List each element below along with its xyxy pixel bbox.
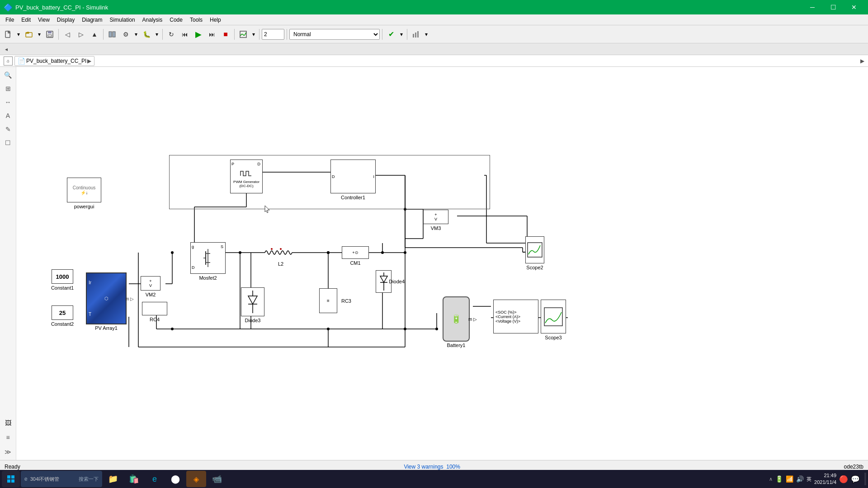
tray-battery-icon: 🔋 xyxy=(775,475,783,483)
settings-dropdown[interactable]: ▾ xyxy=(133,31,139,38)
taskbar-search[interactable]: e 304l不锈钢管 搜索一下 xyxy=(21,471,102,487)
taskbar-store[interactable]: 🛍️ xyxy=(124,471,144,487)
new-button[interactable] xyxy=(2,28,14,41)
taskbar-chrome[interactable]: ⬤ xyxy=(165,471,185,487)
profiler-button[interactable] xyxy=(410,28,422,41)
debug-dropdown[interactable]: ▾ xyxy=(154,31,160,38)
update-button[interactable]: ↻ xyxy=(165,28,178,41)
rc3-block[interactable]: ≡ RC3 xyxy=(319,288,337,313)
tray-up-arrow[interactable]: ∧ xyxy=(769,476,773,482)
soc-line2: <Current (A)> xyxy=(495,314,520,319)
constant1-block[interactable]: 1000 Constant1 xyxy=(52,269,73,284)
minimize-button[interactable]: ─ xyxy=(802,0,823,14)
up-button[interactable]: ▲ xyxy=(88,28,101,41)
taskbar-video[interactable]: 📹 xyxy=(207,471,227,487)
breadcrumb-home[interactable]: ⌂ xyxy=(4,56,13,66)
pwm-gen-block[interactable]: P D PWM Generator(DC-DC) xyxy=(230,160,263,193)
vm2-block[interactable]: +V VM2 xyxy=(141,276,160,291)
powergui-block[interactable]: Continuous ⚡↓ powergui xyxy=(67,178,101,202)
run-button[interactable]: ▶ xyxy=(192,28,205,41)
sidebar-expand[interactable]: ≫ xyxy=(2,446,14,458)
taskbar-edge[interactable]: e xyxy=(145,471,165,487)
rc4-block[interactable]: RC4 xyxy=(142,302,167,315)
start-button[interactable] xyxy=(2,471,20,487)
tray-chat[interactable]: 💬 xyxy=(851,475,860,483)
taskbar-matlab[interactable]: ◈ xyxy=(186,471,206,487)
menu-code[interactable]: Code xyxy=(166,16,186,24)
sep5 xyxy=(259,29,259,40)
taskbar-file-explorer[interactable]: 📁 xyxy=(103,471,123,487)
sidebar-list[interactable]: ≡ xyxy=(2,431,14,444)
diode3-block[interactable]: Diode3 xyxy=(241,287,264,316)
simulink-canvas[interactable]: Continuous ⚡↓ powergui 1000 Constant1 25… xyxy=(16,67,868,460)
check-button[interactable]: ✔ xyxy=(385,28,397,41)
scope3-block[interactable]: Scope3 xyxy=(541,300,566,333)
menu-simulation[interactable]: Simulation xyxy=(106,16,139,24)
soc-line3: <Voltage (V)> xyxy=(495,319,520,324)
mosfet2-block[interactable]: g D S Mosfet2 xyxy=(190,242,226,274)
cm1-block[interactable]: +⊙ CM1 xyxy=(342,246,369,259)
step-back-button[interactable]: ⏮ xyxy=(179,28,191,41)
menu-analysis[interactable]: Analysis xyxy=(139,16,166,24)
zoom-in-button[interactable]: 🔍 xyxy=(2,69,14,81)
library-button[interactable] xyxy=(106,28,118,41)
taskbar-clock[interactable]: 21:49 2021/11/4 xyxy=(814,472,836,486)
edit-button[interactable]: ✎ xyxy=(2,123,14,136)
search-btn[interactable]: 搜索一下 xyxy=(79,476,99,483)
soc-display-block[interactable]: <SOC (%)> <Current (A)> <Voltage (V)> xyxy=(493,300,538,333)
fit-button[interactable]: ⊞ xyxy=(2,82,14,95)
menu-help[interactable]: Help xyxy=(206,16,225,24)
sim-mode-select[interactable]: Normal Accelerator Rapid Accelerator Ext… xyxy=(289,29,380,40)
pv-array-block[interactable]: ⬡ m ▷ PV Array1 T Ir xyxy=(86,272,127,324)
menu-display[interactable]: Display xyxy=(53,16,78,24)
scope2-symbol xyxy=(527,242,543,258)
open-dropdown[interactable]: ▾ xyxy=(36,31,42,38)
vm3-block[interactable]: +V VM3 xyxy=(423,210,448,224)
video-icon: 📹 xyxy=(212,474,222,484)
status-right: ode23tb xyxy=(844,464,863,470)
svg-rect-91 xyxy=(544,308,562,326)
model-settings-button[interactable]: ⚙ xyxy=(119,28,132,41)
sim-time-input[interactable] xyxy=(262,29,284,40)
debug-button[interactable]: 🐛 xyxy=(140,28,153,41)
tray-lang[interactable]: 英 xyxy=(807,476,811,483)
svg-point-71 xyxy=(404,208,406,211)
tray-notification[interactable]: 🔴 xyxy=(839,475,848,483)
constant2-block[interactable]: 25 Constant2 xyxy=(52,305,73,320)
l2-block[interactable]: L2 xyxy=(260,247,301,258)
scope2-block[interactable]: Scope2 xyxy=(525,236,544,263)
close-button[interactable]: ✕ xyxy=(844,0,864,14)
check-dropdown[interactable]: ▾ xyxy=(398,31,405,38)
save-button[interactable] xyxy=(43,28,56,41)
battery1-block[interactable]: 🔋 m ▷ Battery1 xyxy=(443,296,470,342)
vm3-label: VM3 xyxy=(431,225,441,231)
new-dropdown[interactable]: ▾ xyxy=(15,31,22,38)
matlab-icon: ◈ xyxy=(193,475,199,483)
svg-point-72 xyxy=(171,328,174,330)
step-fwd-button[interactable]: ⏭ xyxy=(206,28,218,41)
maximize-button[interactable]: ☐ xyxy=(823,0,844,14)
menu-edit[interactable]: Edit xyxy=(18,16,34,24)
undo-button[interactable]: ◁ xyxy=(61,28,74,41)
pan-button[interactable]: ↔ xyxy=(2,96,14,108)
menu-tools[interactable]: Tools xyxy=(186,16,206,24)
status-center[interactable]: View 3 warnings 100% xyxy=(404,464,460,470)
select-button[interactable]: ☐ xyxy=(2,136,14,149)
diode4-block[interactable]: Diode4 xyxy=(376,270,392,293)
breadcrumb-expand[interactable]: ▶ xyxy=(860,58,864,64)
menu-diagram[interactable]: Diagram xyxy=(78,16,106,24)
menu-view[interactable]: View xyxy=(34,16,53,24)
annotation-button[interactable]: A xyxy=(2,109,14,122)
show-desktop[interactable] xyxy=(864,473,866,485)
stop-button[interactable]: ■ xyxy=(219,28,232,41)
nav-left[interactable]: ◂ xyxy=(2,45,11,54)
menu-file[interactable]: File xyxy=(2,16,18,24)
breadcrumb-model[interactable]: PV_buck_battery_CC_PI xyxy=(26,58,86,64)
sidebar-photo[interactable]: 🖼 xyxy=(2,417,14,429)
scope-dropdown[interactable]: ▾ xyxy=(250,31,257,38)
open-button[interactable] xyxy=(23,28,35,41)
controller1-block[interactable]: D I Controller1 xyxy=(330,160,376,193)
redo-button[interactable]: ▷ xyxy=(75,28,87,41)
profiler-dropdown[interactable]: ▾ xyxy=(423,31,429,38)
scope-button[interactable] xyxy=(237,28,250,41)
